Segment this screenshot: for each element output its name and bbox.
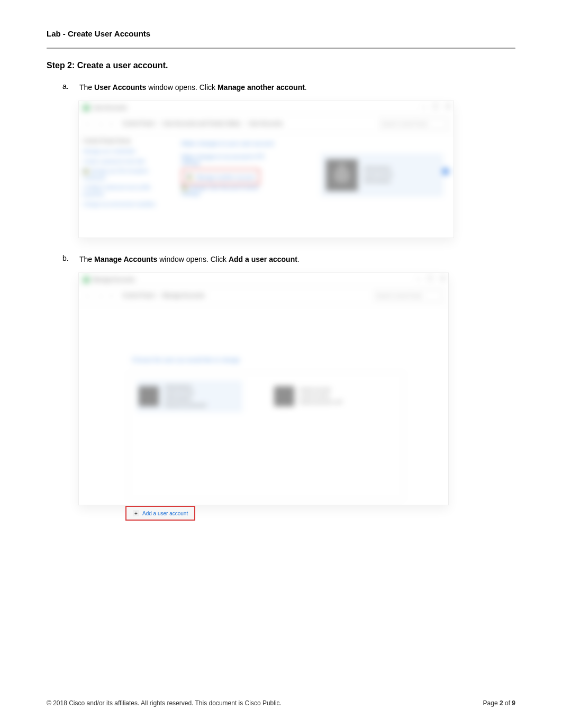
breadcrumb-item[interactable]: Manage Accounts: [162, 293, 205, 298]
maximize-icon[interactable]: ☐: [428, 275, 433, 282]
page-label: Page: [483, 699, 500, 707]
list-letter: a.: [62, 82, 79, 93]
text-fragment: window opens. Click: [146, 83, 217, 92]
list-item-b: b. The Manage Accounts window opens. Cli…: [47, 254, 515, 265]
up-icon[interactable]: ↑: [110, 120, 118, 128]
uac-link[interactable]: Change User Account Control settings: [182, 185, 271, 196]
window-titlebar: Manage Accounts – ☐ ✕: [79, 273, 448, 287]
text-fragment: .: [305, 83, 307, 92]
sidebar-link[interactable]: Create a password reset disk: [83, 158, 165, 165]
tile-info: Guest Account Local Account Guest accoun…: [300, 387, 341, 405]
chevron-right-icon: ›: [243, 121, 245, 126]
main-heading: Make changes to your user account: [182, 140, 446, 147]
step-heading: Step 2: Create a user account.: [47, 61, 515, 70]
divider-line: [47, 48, 515, 49]
maximize-icon[interactable]: ☐: [433, 103, 438, 110]
link-label: Change User Account Control settings: [182, 185, 258, 196]
sidebar-link-label: Manage your file encryption certificates: [83, 168, 149, 180]
window-controls: – ☐ ✕: [422, 103, 450, 110]
app-icon: [83, 105, 89, 111]
text-fragment: .: [297, 255, 300, 263]
close-icon[interactable]: ✕: [440, 275, 445, 282]
account-name: Guest Account: [300, 387, 341, 393]
page-indicator: Page 2 of 9: [483, 699, 515, 707]
bold-text: Manage Accounts: [94, 255, 157, 263]
user-tile-guest[interactable]: Guest Account Local Account Guest accoun…: [272, 380, 378, 412]
breadcrumb-item[interactable]: Control Panel: [122, 121, 155, 126]
tile-info: Administrator Local Account Administrato…: [164, 384, 206, 409]
account-type: Local Account: [164, 390, 206, 396]
back-icon[interactable]: ←: [84, 292, 93, 300]
shield-icon: [187, 175, 192, 180]
sidebar-link[interactable]: Manage your file encryption certificates: [83, 168, 165, 181]
text-fragment: The: [79, 83, 94, 92]
screenshot-container-2: Manage Accounts – ☐ ✕ ← → ↑ Control Pane…: [78, 272, 515, 505]
search-input[interactable]: Search Control Panel: [374, 290, 443, 301]
sidebar-link[interactable]: Change my environment variables: [83, 201, 165, 208]
breadcrumb-item[interactable]: Control Panel: [122, 293, 155, 298]
account-protected: Password protected: [164, 403, 206, 409]
toolbar: ← → ↑ Control Panel › User Accounts and …: [79, 115, 454, 133]
account-type: Local Account: [363, 172, 393, 178]
user-list-box: Administrator Local Account Administrato…: [129, 372, 404, 499]
account-role: Administrator: [363, 178, 393, 185]
minimize-icon[interactable]: –: [417, 275, 420, 282]
chevron-right-icon: ›: [158, 293, 159, 298]
app-icon: [83, 277, 89, 283]
footer: © 2018 Cisco and/or its affiliates. All …: [47, 678, 515, 707]
list-letter: b.: [62, 254, 79, 265]
page-total: 9: [512, 699, 515, 707]
list-text: The Manage Accounts window opens. Click …: [79, 254, 300, 265]
window-title: Manage Accounts: [93, 277, 135, 283]
breadcrumb-item[interactable]: User Accounts: [249, 121, 283, 126]
manage-accounts-screenshot: Manage Accounts – ☐ ✕ ← → ↑ Control Pane…: [78, 272, 449, 505]
bold-text: Manage another account: [217, 83, 305, 92]
user-tile-admin[interactable]: Administrator Local Account Administrato…: [137, 380, 242, 412]
sidebar: Control Panel Home Manage your credentia…: [79, 133, 169, 216]
sidebar-link[interactable]: Configure advanced user profile properti…: [83, 184, 165, 197]
bold-text: Add a user account: [229, 255, 297, 263]
page-of: of: [503, 699, 512, 707]
account-info: Administrator Local Account Administrato…: [363, 166, 393, 184]
account-name: Administrator: [164, 384, 206, 390]
minimize-icon[interactable]: –: [422, 103, 425, 110]
close-icon[interactable]: ✕: [446, 103, 450, 110]
settings-link[interactable]: Make changes to my account in PC setting…: [182, 154, 271, 166]
list-item-a: a. The User Accounts window opens. Click…: [47, 82, 515, 93]
add-link-label: Add a user account: [142, 511, 188, 516]
breadcrumb: Control Panel › Manage Accounts: [122, 293, 370, 298]
manage-another-account-link[interactable]: Manage another account: [182, 169, 260, 185]
back-icon[interactable]: ←: [84, 120, 93, 128]
window-body: Choose the user you would like to change…: [79, 305, 448, 505]
account-type: Local Account: [300, 393, 341, 399]
help-icon[interactable]: [442, 168, 449, 175]
links-column: Make changes to my account in PC setting…: [182, 154, 271, 199]
plus-icon: +: [133, 510, 139, 516]
account-name: Administrator: [363, 166, 393, 172]
forward-icon[interactable]: →: [97, 120, 105, 128]
sidebar-link[interactable]: Manage your credentials: [83, 148, 165, 155]
toolbar: ← → ↑ Control Panel › Manage Accounts Se…: [79, 287, 448, 305]
screenshot-container-1: User Accounts – ☐ ✕ ← → ↑ Control Panel …: [78, 101, 515, 238]
add-user-account-link[interactable]: + Add a user account: [125, 506, 195, 521]
forward-icon[interactable]: →: [97, 292, 105, 300]
up-icon[interactable]: ↑: [110, 292, 118, 300]
account-role: Administrator: [164, 396, 206, 403]
document-page: Lab - Create User Accounts Step 2: Creat…: [0, 0, 562, 728]
list-text: The User Accounts window opens. Click Ma…: [79, 82, 307, 93]
breadcrumb: Control Panel › User Accounts and Family…: [122, 121, 375, 126]
window-body: Control Panel Home Manage your credentia…: [79, 133, 454, 238]
shield-icon: [182, 185, 187, 190]
search-input[interactable]: Search Control Panel: [379, 119, 448, 129]
bold-text: User Accounts: [94, 83, 146, 92]
page-number: 2: [500, 699, 503, 707]
account-tile[interactable]: Administrator Local Account Administrato…: [321, 154, 443, 196]
account-status: Guest account is off: [300, 399, 341, 406]
avatar: [274, 386, 294, 406]
lab-title: Lab - Create User Accounts: [47, 29, 515, 38]
user-icon: [334, 167, 350, 183]
breadcrumb-item[interactable]: User Accounts and Family Safety: [162, 121, 240, 126]
avatar: [326, 159, 358, 191]
avatar: [139, 386, 159, 406]
window-controls: – ☐ ✕: [417, 275, 445, 282]
